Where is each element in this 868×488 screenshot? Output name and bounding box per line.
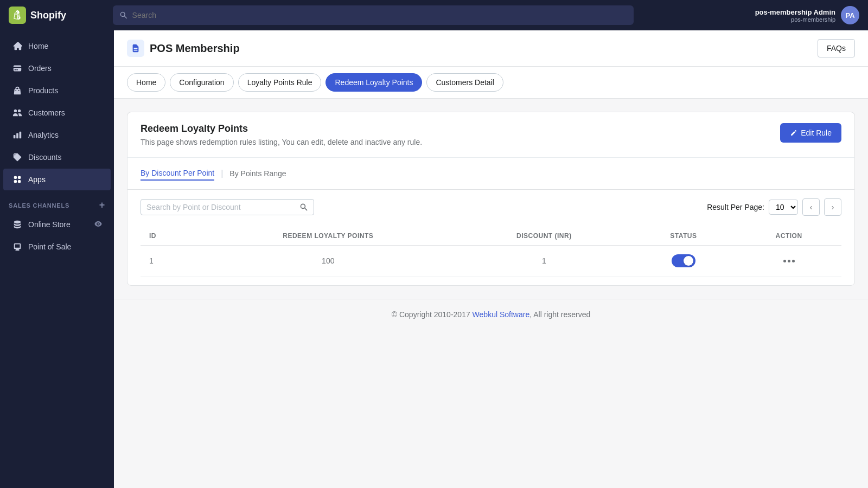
dot1	[783, 260, 786, 262]
tab-customers-detail[interactable]: Customers Detail	[426, 73, 503, 92]
dot3	[792, 260, 795, 262]
filter-tab-by-discount[interactable]: By Discount Per Point	[141, 166, 214, 181]
filter-divider: |	[221, 169, 223, 178]
tab-loyalty-points-rule[interactable]: Loyalty Points Rule	[238, 73, 322, 92]
search-icon	[119, 11, 128, 20]
orders-icon	[12, 63, 23, 74]
status-toggle[interactable]	[672, 254, 695, 267]
edit-icon	[790, 129, 797, 137]
sidebar-item-analytics-label: Analytics	[28, 131, 59, 139]
section-header: Redeem Loyalty Points This page shows re…	[127, 112, 855, 157]
sidebar-item-home-label: Home	[28, 42, 48, 50]
filter-tabs: By Discount Per Point | By Points Range	[127, 157, 855, 189]
sales-channels-section: SALES CHANNELS +	[0, 191, 114, 213]
sidebar-item-customers[interactable]: Customers	[3, 102, 111, 124]
user-area: pos-membership Admin pos-membership PA	[755, 6, 859, 24]
cell-redeem-points: 100	[199, 246, 457, 277]
user-sub: pos-membership	[755, 16, 835, 23]
logo-text: shopify	[30, 10, 66, 21]
data-table: ID REDEEM LOYALTY POINTS DISCOUNT (INR) …	[141, 227, 841, 277]
app-icon	[127, 40, 144, 57]
section-title: Redeem Loyalty Points	[141, 123, 422, 134]
home-icon	[12, 41, 23, 52]
faqs-button[interactable]: FAQs	[818, 39, 855, 57]
table-header: ID REDEEM LOYALTY POINTS DISCOUNT (INR) …	[141, 227, 841, 246]
table-search[interactable]	[141, 199, 314, 215]
avatar: PA	[841, 6, 859, 24]
edit-rule-label: Edit Rule	[801, 129, 832, 137]
sidebar-item-orders[interactable]: Orders	[3, 57, 111, 79]
sidebar-item-apps-label: Apps	[28, 175, 46, 184]
cell-id: 1	[141, 246, 199, 277]
cell-status	[631, 246, 736, 277]
section-title-area: Redeem Loyalty Points This page shows re…	[141, 123, 422, 146]
footer: © Copyright 2010-2017 Webkul Software, A…	[114, 299, 868, 330]
sales-channels-label: SALES CHANNELS	[9, 202, 69, 209]
sidebar-item-home[interactable]: Home	[3, 35, 111, 57]
sidebar-item-products-label: Products	[28, 86, 58, 95]
sidebar-item-pos-label: Point of Sale	[28, 242, 71, 251]
sidebar: Home Orders Products Customers Analytics	[0, 30, 114, 488]
sidebar-item-products[interactable]: Products	[3, 80, 111, 101]
shopify-logo	[9, 7, 26, 24]
eye-icon	[94, 220, 102, 229]
tabs-bar: Home Configuration Loyalty Points Rule R…	[114, 67, 868, 99]
tab-configuration[interactable]: Configuration	[170, 73, 233, 92]
add-sales-channel-icon[interactable]: +	[99, 200, 105, 211]
table-body: 1 100 1	[141, 246, 841, 277]
col-action: ACTION	[736, 227, 841, 246]
per-page-select[interactable]: 10	[769, 200, 798, 215]
sidebar-item-point-of-sale[interactable]: Point of Sale	[3, 236, 111, 258]
table-row: 1 100 1	[141, 246, 841, 277]
col-discount: DISCOUNT (INR)	[457, 227, 631, 246]
cell-action	[736, 246, 841, 277]
tab-home[interactable]: Home	[127, 73, 165, 92]
pagination-area: Result Per Page: 10 ‹ ›	[707, 198, 841, 216]
app-header: POS Membership FAQs	[114, 30, 868, 67]
per-page-label: Result Per Page:	[707, 203, 764, 211]
discounts-icon	[12, 152, 23, 163]
filter-tab-by-points-range[interactable]: By Points Range	[229, 167, 286, 180]
apps-icon	[12, 174, 23, 185]
online-store-icon	[12, 219, 23, 230]
sidebar-item-customers-label: Customers	[28, 108, 65, 117]
edit-rule-button[interactable]: Edit Rule	[780, 123, 841, 143]
top-nav: shopify pos-membership Admin pos-members…	[0, 0, 868, 30]
user-name: pos-membership Admin	[755, 8, 835, 16]
dot2	[788, 260, 790, 262]
pos-icon	[12, 241, 23, 252]
sidebar-item-discounts[interactable]: Discounts	[3, 146, 111, 168]
products-icon	[12, 85, 23, 96]
search-input[interactable]	[132, 11, 627, 20]
sidebar-item-apps[interactable]: Apps	[3, 169, 111, 190]
table-search-icon[interactable]	[299, 203, 308, 211]
sidebar-item-online-store-label: Online Store	[28, 220, 71, 229]
sidebar-item-discounts-label: Discounts	[28, 153, 61, 162]
page-body: Redeem Loyalty Points This page shows re…	[114, 99, 868, 299]
section-description: This page shows redemption rules listing…	[141, 138, 422, 146]
sidebar-item-online-store[interactable]: Online Store	[3, 214, 111, 235]
prev-page-button[interactable]: ‹	[802, 198, 820, 216]
footer-suffix: , All right reserved	[529, 310, 590, 319]
table-search-input[interactable]	[146, 203, 295, 211]
app-title-area: POS Membership	[127, 40, 240, 57]
sidebar-item-orders-label: Orders	[28, 64, 52, 73]
analytics-icon	[12, 130, 23, 140]
tab-redeem-loyalty-points[interactable]: Redeem Loyalty Points	[326, 73, 422, 92]
col-status: STATUS	[631, 227, 736, 246]
search-bar[interactable]	[113, 5, 634, 25]
footer-text: © Copyright 2010-2017	[392, 310, 473, 319]
next-page-button[interactable]: ›	[824, 198, 841, 216]
sidebar-item-analytics[interactable]: Analytics	[3, 124, 111, 146]
col-id: ID	[141, 227, 199, 246]
content-area: POS Membership FAQs Home Configuration L…	[114, 30, 868, 488]
app-title: POS Membership	[150, 42, 240, 55]
action-menu-button[interactable]	[745, 260, 833, 262]
customers-icon	[12, 107, 23, 118]
footer-link[interactable]: Webkul Software	[473, 310, 530, 319]
cell-discount: 1	[457, 246, 631, 277]
col-redeem-loyalty-points: REDEEM LOYALTY POINTS	[199, 227, 457, 246]
user-info: pos-membership Admin pos-membership	[755, 8, 835, 23]
table-controls: Result Per Page: 10 ‹ ›	[141, 198, 841, 216]
table-container: Result Per Page: 10 ‹ › ID REDEEM LOYALT…	[127, 189, 855, 286]
